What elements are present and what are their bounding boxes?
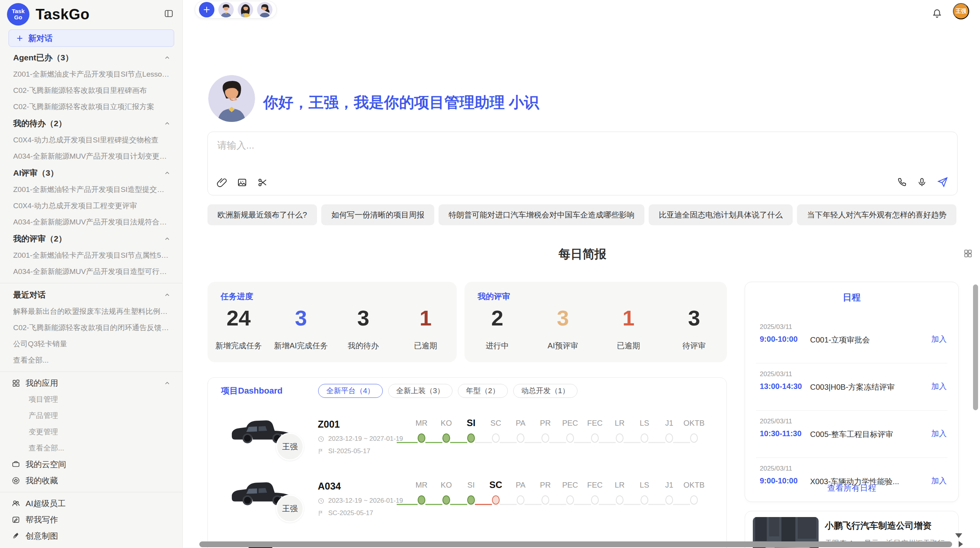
agent-avatar-2[interactable] (238, 2, 253, 17)
project-owner-badge: 王强 (276, 495, 304, 522)
divider (756, 457, 947, 458)
sidebar-item-product-mgmt[interactable]: 产品管理 (0, 408, 182, 424)
plus-icon (202, 5, 211, 14)
schedule-event: 2025/03/11 13:00-14:30 C003|H0B-方案冻结评审 加… (745, 364, 958, 411)
stat-value: 3 (661, 304, 727, 332)
sidebar-collapse-button[interactable] (164, 9, 174, 20)
milestone-label: MR (409, 417, 434, 429)
section-recent-chats[interactable]: 最近对话 (0, 286, 182, 303)
attach-button[interactable] (216, 177, 227, 189)
notifications-button[interactable] (932, 9, 942, 20)
list-item[interactable]: 公司Q3轻卡销量 (0, 336, 182, 352)
view-all-chats-link[interactable]: 查看全部... (0, 352, 182, 368)
list-item[interactable]: C0X4-动力总成开发项目SI里程碑提交物检查 (0, 132, 182, 148)
send-button[interactable] (937, 177, 948, 189)
event-time: 13:00-14:30 (760, 382, 802, 391)
new-chat-button[interactable]: 新对话 (9, 29, 174, 47)
stat-label: 进行中 (464, 341, 530, 351)
grid-icon (963, 248, 973, 259)
user-avatar[interactable]: 王强 (953, 3, 969, 19)
list-item[interactable]: A034-全新新能源MUV产品开发项目计划变更表编写 (0, 148, 182, 164)
sidebar-item-favorites[interactable]: 我的收藏 (0, 473, 182, 489)
logo-text-top: Task (12, 8, 24, 14)
view-all-schedule-link[interactable]: 查看所有日程 (745, 483, 958, 493)
section-agent-done[interactable]: Agent已办（3） (0, 49, 182, 66)
chevron-up-icon (164, 380, 171, 387)
list-item[interactable]: C0X4-动力总成开发项目工程变更评审 (0, 198, 182, 214)
stat-value: 3 (270, 304, 332, 332)
sidebar-item-creative-drawing[interactable]: 创意制图 (0, 528, 182, 544)
project-dates: 2023-12-19 ~ 2027-01-19 (318, 435, 403, 443)
section-ai-review[interactable]: AI评审（3） (0, 164, 182, 182)
suggestion-chip[interactable]: 比亚迪全固态电池计划具体说了什么 (649, 204, 793, 225)
chat-input[interactable] (217, 139, 948, 166)
event-name: C003|H0B-方案冻结评审 (810, 382, 895, 392)
project-code: A034 (318, 481, 341, 492)
screenshot-button[interactable] (257, 177, 268, 189)
suggestion-chip[interactable]: 如何写一份清晰的项目周报 (321, 204, 434, 225)
user-name: 王强 (956, 8, 966, 15)
milestone-dot (418, 433, 425, 443)
milestone-dot (641, 433, 648, 443)
project-flag-milestone: SI-2025-05-17 (318, 447, 370, 455)
main-area: 王强 你好，王强，我是你的项目管理助理 小识 (183, 0, 980, 548)
image-upload-button[interactable] (237, 177, 247, 189)
list-item[interactable]: 解释最新出台的欧盟报废车法规再生塑料比例被调至15%... (0, 303, 182, 320)
sidebar-item-my-apps[interactable]: 我的应用 (0, 375, 182, 391)
list-item[interactable]: Z001-全新燃油轻卡产品开发项目SI节点属性5D文件评审 (0, 247, 182, 264)
suggestion-chip[interactable]: 特朗普可能对进口汽车增税会对中国车企造成哪些影响 (439, 204, 644, 225)
schedule-card: 日程 2025/03/11 9:00-10:00 C001-立项审批会 加入 2… (745, 282, 959, 502)
list-item[interactable]: Z001-全新燃油轻卡产品开发项目SI造型提交物评审 (0, 182, 182, 198)
list-item[interactable]: A034-全新新能源MUV产品开发项目法规符合性评审 (0, 214, 182, 230)
schedule-event: 2025/03/11 9:00-10:00 C001-立项审批会 加入 (745, 317, 958, 363)
section-my-review[interactable]: 我的评审（2） (0, 230, 182, 247)
add-agent-button[interactable] (199, 2, 214, 17)
tab-new-body[interactable]: 全新上装（3） (388, 384, 453, 398)
sidebar-item-ai-employee[interactable]: AI超级员工 (0, 495, 182, 512)
join-button[interactable]: 加入 (931, 334, 947, 344)
tab-new-platform[interactable]: 全新平台（4） (318, 384, 383, 398)
milestone-label: LR (607, 417, 632, 429)
list-item[interactable]: C02-飞腾新能源轻客改款项目的闭环通告反馈情况 (0, 320, 182, 336)
composer-actions (897, 177, 948, 189)
suggestion-chip[interactable]: 当下年轻人对汽车外观有怎样的喜好趋势 (797, 204, 956, 225)
sidebar-item-cloud-space[interactable]: 我的云空间 (0, 456, 182, 473)
event-time: 10:30-11:30 (760, 429, 802, 438)
stat-ai-prereview: 3 AI预评审 (530, 304, 596, 351)
list-item[interactable]: Z001-全新燃油皮卡产品开发项目SI节点Lesson Learn报告 (0, 66, 182, 82)
stat-value: 24 (207, 304, 270, 332)
project-row[interactable]: 王强 Z001 2023-12-19 ~ 2027-01-19 SI-2025-… (208, 413, 726, 475)
horizontal-scrollbar-thumb[interactable] (199, 541, 952, 547)
tab-model-year[interactable]: 年型（2） (458, 384, 508, 398)
agent-avatar-3[interactable] (257, 2, 272, 17)
tab-powertrain[interactable]: 动总开发（1） (513, 384, 578, 398)
sidebar-item-help-writing[interactable]: 帮我写作 (0, 512, 182, 528)
project-row[interactable]: 王强 A034 2023-12-19 ~ 2026-01-19 SC-2025-… (208, 475, 726, 537)
new-chat-label: 新对话 (28, 33, 53, 44)
briefing-layout-button[interactable] (963, 248, 973, 260)
voice-call-button[interactable] (897, 177, 907, 188)
project-owner-badge: 王强 (276, 433, 304, 461)
list-item[interactable]: A034-全新新能源MUV产品开发项目造型可行性评审 (0, 264, 182, 280)
join-button[interactable]: 加入 (931, 381, 947, 392)
suggestion-chip[interactable]: 欧洲新规最近颁布了什么? (207, 204, 317, 225)
scroll-down-arrow[interactable] (955, 533, 962, 538)
project-dashboard-card: 项目Dashboard 全新平台（4） 全新上装（3） 年型（2） 动总开发（1… (207, 377, 727, 548)
microphone-button[interactable] (917, 177, 927, 188)
owner-name: 王强 (282, 442, 298, 452)
join-button[interactable]: 加入 (931, 428, 947, 439)
list-item[interactable]: C02-飞腾新能源轻客改款项目里程碑画布 (0, 82, 182, 99)
list-item[interactable]: C02-飞腾新能源轻客改款项目立项汇报方案 (0, 99, 182, 115)
vertical-scrollbar-thumb[interactable] (973, 284, 978, 410)
owner-name: 王强 (282, 503, 298, 514)
sidebar-item-change-mgmt[interactable]: 变更管理 (0, 424, 182, 440)
agent-avatar-1[interactable] (218, 2, 234, 17)
view-all-apps-link[interactable]: 查看全部... (0, 440, 182, 456)
agent-avatar-group (195, 1, 277, 19)
sidebar-item-project-mgmt[interactable]: 项目管理 (0, 391, 182, 408)
star-badge-icon (12, 476, 20, 485)
event-time: 9:00-10:00 (760, 335, 798, 344)
section-my-todo[interactable]: 我的待办（2） (0, 115, 182, 132)
scroll-right-arrow[interactable] (959, 541, 963, 547)
milestone-dot (467, 495, 475, 505)
